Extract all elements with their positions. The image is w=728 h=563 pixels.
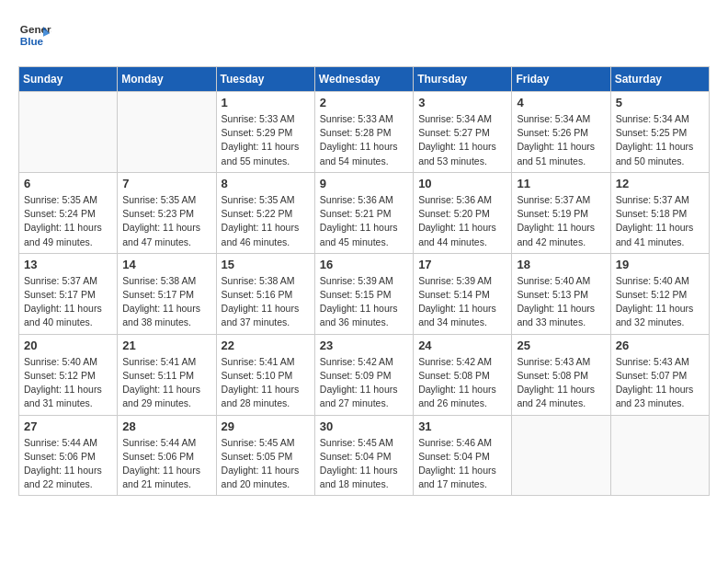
day-number: 3 (418, 96, 506, 109)
calendar-cell: 24Sunrise: 5:42 AM Sunset: 5:08 PM Dayli… (414, 334, 512, 415)
day-number: 11 (517, 177, 605, 190)
cell-info: Sunrise: 5:41 AM Sunset: 5:10 PM Dayligh… (222, 355, 310, 411)
calendar-cell: 16Sunrise: 5:39 AM Sunset: 5:15 PM Dayli… (314, 253, 413, 334)
weekday-header: Thursday (414, 67, 512, 92)
calendar-body: 1Sunrise: 5:33 AM Sunset: 5:29 PM Daylig… (19, 92, 710, 496)
cell-info: Sunrise: 5:41 AM Sunset: 5:11 PM Dayligh… (122, 355, 210, 411)
cell-info: Sunrise: 5:36 AM Sunset: 5:21 PM Dayligh… (320, 193, 408, 249)
cell-info: Sunrise: 5:45 AM Sunset: 5:05 PM Dayligh… (222, 436, 310, 492)
day-number: 6 (24, 177, 112, 190)
calendar-cell: 23Sunrise: 5:42 AM Sunset: 5:09 PM Dayli… (314, 334, 413, 415)
calendar-cell: 18Sunrise: 5:40 AM Sunset: 5:13 PM Dayli… (512, 253, 610, 334)
cell-info: Sunrise: 5:45 AM Sunset: 5:04 PM Dayligh… (320, 436, 408, 492)
day-number: 5 (616, 96, 704, 109)
calendar-table: SundayMondayTuesdayWednesdayThursdayFrid… (18, 66, 710, 496)
day-number: 20 (24, 339, 112, 352)
calendar-cell: 25Sunrise: 5:43 AM Sunset: 5:08 PM Dayli… (512, 334, 610, 415)
calendar-cell: 22Sunrise: 5:41 AM Sunset: 5:10 PM Dayli… (216, 334, 314, 415)
day-number: 26 (616, 339, 704, 352)
day-number: 8 (222, 177, 310, 190)
day-number: 18 (517, 258, 605, 271)
logo-icon: General Blue (18, 18, 51, 52)
day-number: 4 (517, 96, 605, 109)
cell-info: Sunrise: 5:38 AM Sunset: 5:17 PM Dayligh… (122, 274, 210, 330)
calendar-cell: 13Sunrise: 5:37 AM Sunset: 5:17 PM Dayli… (19, 253, 118, 334)
calendar-cell: 5Sunrise: 5:34 AM Sunset: 5:25 PM Daylig… (610, 92, 709, 173)
calendar-header: SundayMondayTuesdayWednesdayThursdayFrid… (19, 67, 710, 92)
weekday-header: Sunday (19, 67, 118, 92)
cell-info: Sunrise: 5:40 AM Sunset: 5:13 PM Dayligh… (517, 274, 605, 330)
calendar-cell: 7Sunrise: 5:35 AM Sunset: 5:23 PM Daylig… (118, 172, 216, 253)
cell-info: Sunrise: 5:40 AM Sunset: 5:12 PM Dayligh… (616, 274, 704, 330)
day-number: 24 (418, 339, 506, 352)
day-number: 7 (122, 177, 210, 190)
logo: General Blue (18, 18, 51, 52)
calendar-cell: 6Sunrise: 5:35 AM Sunset: 5:24 PM Daylig… (19, 172, 118, 253)
day-number: 14 (122, 258, 210, 271)
calendar-cell: 15Sunrise: 5:38 AM Sunset: 5:16 PM Dayli… (216, 253, 314, 334)
calendar-cell: 14Sunrise: 5:38 AM Sunset: 5:17 PM Dayli… (118, 253, 216, 334)
cell-info: Sunrise: 5:39 AM Sunset: 5:14 PM Dayligh… (418, 274, 506, 330)
weekday-header: Friday (512, 67, 610, 92)
weekday-row: SundayMondayTuesdayWednesdayThursdayFrid… (19, 67, 710, 92)
cell-info: Sunrise: 5:44 AM Sunset: 5:06 PM Dayligh… (24, 436, 112, 492)
calendar-week-row: 13Sunrise: 5:37 AM Sunset: 5:17 PM Dayli… (19, 253, 710, 334)
day-number: 21 (122, 339, 210, 352)
svg-text:Blue: Blue (20, 35, 44, 47)
calendar-cell: 30Sunrise: 5:45 AM Sunset: 5:04 PM Dayli… (314, 415, 413, 496)
day-number: 1 (222, 96, 310, 109)
day-number: 15 (222, 258, 310, 271)
calendar-cell: 19Sunrise: 5:40 AM Sunset: 5:12 PM Dayli… (610, 253, 709, 334)
cell-info: Sunrise: 5:40 AM Sunset: 5:12 PM Dayligh… (24, 355, 112, 411)
page-header: General Blue (18, 18, 710, 52)
day-number: 25 (517, 339, 605, 352)
cell-info: Sunrise: 5:37 AM Sunset: 5:19 PM Dayligh… (517, 193, 605, 249)
day-number: 31 (418, 419, 506, 433)
weekday-header: Tuesday (216, 67, 314, 92)
calendar-cell: 8Sunrise: 5:35 AM Sunset: 5:22 PM Daylig… (216, 172, 314, 253)
calendar-cell: 28Sunrise: 5:44 AM Sunset: 5:06 PM Dayli… (118, 415, 216, 496)
cell-info: Sunrise: 5:34 AM Sunset: 5:27 PM Dayligh… (418, 112, 506, 168)
calendar-week-row: 6Sunrise: 5:35 AM Sunset: 5:24 PM Daylig… (19, 172, 710, 253)
weekday-header: Saturday (610, 67, 709, 92)
day-number: 12 (616, 177, 704, 190)
cell-info: Sunrise: 5:34 AM Sunset: 5:25 PM Dayligh… (616, 112, 704, 168)
day-number: 19 (616, 258, 704, 271)
calendar-cell: 26Sunrise: 5:43 AM Sunset: 5:07 PM Dayli… (610, 334, 709, 415)
day-number: 30 (320, 419, 408, 433)
day-number: 2 (320, 96, 408, 109)
calendar-week-row: 20Sunrise: 5:40 AM Sunset: 5:12 PM Dayli… (19, 334, 710, 415)
cell-info: Sunrise: 5:43 AM Sunset: 5:07 PM Dayligh… (616, 355, 704, 411)
cell-info: Sunrise: 5:35 AM Sunset: 5:22 PM Dayligh… (222, 193, 310, 249)
calendar-cell (512, 415, 610, 496)
cell-info: Sunrise: 5:33 AM Sunset: 5:29 PM Dayligh… (222, 112, 310, 168)
calendar-cell: 3Sunrise: 5:34 AM Sunset: 5:27 PM Daylig… (414, 92, 512, 173)
day-number: 9 (320, 177, 408, 190)
cell-info: Sunrise: 5:36 AM Sunset: 5:20 PM Dayligh… (418, 193, 506, 249)
day-number: 10 (418, 177, 506, 190)
day-number: 29 (222, 419, 310, 433)
day-number: 27 (24, 419, 112, 433)
calendar-cell: 10Sunrise: 5:36 AM Sunset: 5:20 PM Dayli… (414, 172, 512, 253)
cell-info: Sunrise: 5:38 AM Sunset: 5:16 PM Dayligh… (222, 274, 310, 330)
day-number: 17 (418, 258, 506, 271)
calendar-cell: 21Sunrise: 5:41 AM Sunset: 5:11 PM Dayli… (118, 334, 216, 415)
calendar-cell: 11Sunrise: 5:37 AM Sunset: 5:19 PM Dayli… (512, 172, 610, 253)
weekday-header: Monday (118, 67, 216, 92)
cell-info: Sunrise: 5:35 AM Sunset: 5:23 PM Dayligh… (122, 193, 210, 249)
calendar-cell (610, 415, 709, 496)
cell-info: Sunrise: 5:46 AM Sunset: 5:04 PM Dayligh… (418, 436, 506, 492)
calendar-cell: 27Sunrise: 5:44 AM Sunset: 5:06 PM Dayli… (19, 415, 118, 496)
calendar-week-row: 1Sunrise: 5:33 AM Sunset: 5:29 PM Daylig… (19, 92, 710, 173)
cell-info: Sunrise: 5:37 AM Sunset: 5:18 PM Dayligh… (616, 193, 704, 249)
weekday-header: Wednesday (314, 67, 413, 92)
cell-info: Sunrise: 5:44 AM Sunset: 5:06 PM Dayligh… (122, 436, 210, 492)
calendar-cell: 31Sunrise: 5:46 AM Sunset: 5:04 PM Dayli… (414, 415, 512, 496)
calendar-cell: 17Sunrise: 5:39 AM Sunset: 5:14 PM Dayli… (414, 253, 512, 334)
day-number: 28 (122, 419, 210, 433)
calendar-cell: 12Sunrise: 5:37 AM Sunset: 5:18 PM Dayli… (610, 172, 709, 253)
cell-info: Sunrise: 5:42 AM Sunset: 5:09 PM Dayligh… (320, 355, 408, 411)
cell-info: Sunrise: 5:37 AM Sunset: 5:17 PM Dayligh… (24, 274, 112, 330)
calendar-cell: 2Sunrise: 5:33 AM Sunset: 5:28 PM Daylig… (314, 92, 413, 173)
cell-info: Sunrise: 5:33 AM Sunset: 5:28 PM Dayligh… (320, 112, 408, 168)
